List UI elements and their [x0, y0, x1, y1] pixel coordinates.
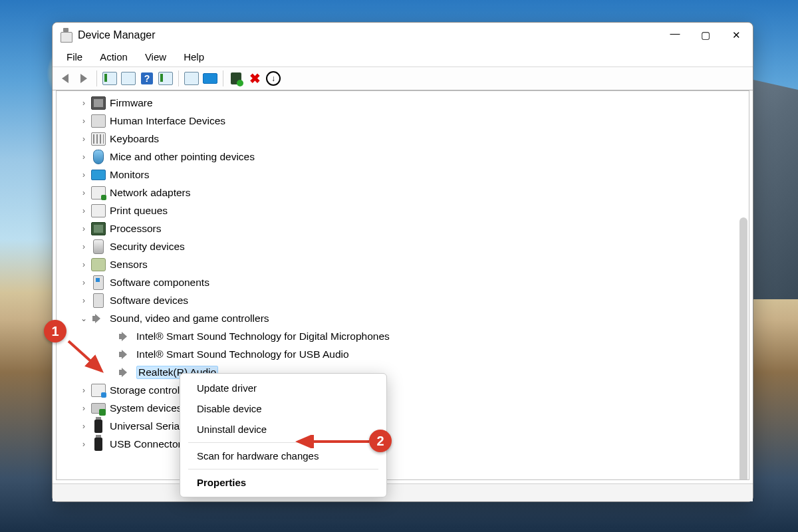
maximize-button[interactable]: ▢	[690, 23, 721, 47]
tree-node-label: Keyboards	[110, 133, 159, 145]
tree-node[interactable]: ›USB Connector Man	[57, 435, 749, 453]
hid-icon	[91, 114, 106, 128]
minimize-button[interactable]: —	[660, 21, 690, 45]
tree-node[interactable]: ›Monitors	[57, 166, 749, 184]
security-icon	[93, 239, 104, 254]
system-icon	[91, 403, 106, 414]
firmware-icon	[91, 96, 106, 110]
forward-button[interactable]	[75, 70, 92, 87]
mouse-icon	[93, 150, 104, 164]
tree-node[interactable]: ›Network adapters	[57, 184, 749, 201]
expander-icon[interactable]: ›	[76, 170, 91, 180]
context-menu-item[interactable]: Update driver	[180, 378, 386, 398]
tree-node[interactable]: ›Mice and other pointing devices	[57, 148, 749, 166]
tree-node-label: Mice and other pointing devices	[110, 151, 255, 163]
tree-node-label: Software devices	[110, 295, 188, 307]
disable-button[interactable]: ✖	[246, 70, 263, 87]
tree-node-label: Human Interface Devices	[110, 115, 225, 127]
speaker-icon	[119, 366, 131, 378]
expander-icon[interactable]: ›	[76, 116, 91, 126]
cpu-icon	[91, 222, 106, 235]
expander-icon[interactable]: ⌄	[76, 314, 91, 323]
tree-node-label: Sensors	[110, 259, 148, 271]
expander-icon[interactable]: ›	[76, 98, 91, 108]
tree-node-label: Network adapters	[110, 187, 190, 199]
expander-icon[interactable]: ›	[76, 224, 91, 233]
expander-icon[interactable]: ›	[76, 206, 91, 215]
update-button[interactable]	[157, 70, 174, 87]
tree-node[interactable]: ›Storage controllers	[57, 381, 749, 399]
speaker-icon	[119, 348, 131, 360]
context-menu-item[interactable]: Scan for hardware changes	[180, 446, 386, 466]
scan-button[interactable]	[183, 70, 200, 87]
help-button[interactable]: ?	[138, 70, 156, 87]
enable-button[interactable]	[227, 70, 245, 87]
tree-node[interactable]: ⌄Sound, video and game controllers	[57, 309, 749, 327]
usb-icon	[94, 438, 102, 451]
context-menu-item[interactable]: Properties	[180, 472, 386, 493]
annotation-badge-1: 1	[44, 320, 66, 342]
menu-action[interactable]: Action	[91, 49, 136, 65]
network-icon	[91, 186, 106, 200]
context-menu-item[interactable]: Disable device	[180, 398, 386, 419]
speaker-icon	[119, 331, 131, 342]
monitor-icon	[91, 170, 106, 180]
menu-file[interactable]: File	[58, 49, 91, 65]
tree-node-label: Processors	[110, 223, 162, 235]
svg-line-0	[68, 341, 102, 371]
tree-node[interactable]: ›Print queues	[57, 201, 749, 219]
tree-node[interactable]: ›Security devices	[57, 237, 749, 255]
toolbar-separator	[96, 70, 97, 86]
tree-node-label: Intel® Smart Sound Technology for USB Au…	[136, 348, 349, 360]
keyboard-icon	[91, 132, 106, 146]
tree-node[interactable]: ›Software components	[57, 273, 749, 291]
print-icon	[91, 204, 106, 217]
expander-icon[interactable]: ›	[76, 242, 91, 251]
scrollbar[interactable]	[739, 217, 747, 480]
properties-button[interactable]	[120, 70, 137, 87]
toolbar-separator	[178, 70, 179, 86]
expander-icon[interactable]: ›	[76, 278, 91, 287]
menu-help[interactable]: Help	[175, 49, 213, 65]
device-tree[interactable]: ›Firmware›Human Interface Devices›Keyboa…	[56, 90, 749, 480]
tree-node[interactable]: ›Keyboards	[57, 130, 749, 148]
toolbar-separator	[223, 70, 223, 86]
tree-child-node[interactable]: Intel® Smart Sound Technology for Digita…	[57, 327, 749, 345]
tree-node-label: Monitors	[110, 169, 149, 181]
expander-icon[interactable]: ›	[76, 422, 91, 431]
tree-node[interactable]: ›Firmware	[57, 94, 749, 112]
tree-node[interactable]: ›Universal Serial Bus c	[57, 417, 749, 435]
expander-icon[interactable]: ›	[76, 134, 91, 144]
tree-node-label: System devices	[110, 402, 182, 414]
back-button[interactable]	[57, 70, 74, 87]
menubar: File Action View Help	[53, 47, 753, 66]
tree-node[interactable]: ›Human Interface Devices	[57, 112, 749, 130]
expander-icon[interactable]: ›	[76, 386, 91, 395]
tree-node[interactable]: ›Sensors	[57, 255, 749, 273]
expander-icon[interactable]: ›	[76, 296, 91, 305]
titlebar[interactable]: Device Manager — ▢ ✕	[53, 23, 753, 47]
sensor-icon	[91, 258, 106, 271]
tree-node[interactable]: ›Processors	[57, 219, 749, 237]
expander-icon[interactable]: ›	[76, 188, 91, 198]
softdev-icon	[93, 293, 104, 308]
tree-node-label: Print queues	[110, 205, 168, 217]
tree-node[interactable]: ›System devices	[57, 399, 749, 417]
usb-icon	[94, 420, 102, 433]
monitor-button[interactable]	[201, 70, 219, 87]
tree-node[interactable]: ›Software devices	[57, 291, 749, 309]
expander-icon[interactable]: ›	[76, 260, 91, 269]
tree-node-label: Security devices	[110, 241, 185, 253]
down-button[interactable]: ↓	[265, 70, 282, 87]
show-hidden-button[interactable]	[101, 70, 118, 87]
expander-icon[interactable]: ›	[76, 440, 91, 449]
app-icon	[59, 28, 72, 43]
speaker-icon	[92, 313, 104, 325]
close-button[interactable]: ✕	[721, 23, 751, 47]
annotation-badge-2: 2	[369, 430, 392, 452]
menu-view[interactable]: View	[136, 49, 175, 65]
expander-icon[interactable]: ›	[76, 404, 91, 413]
expander-icon[interactable]: ›	[76, 152, 91, 162]
tree-child-node[interactable]: Realtek(R) Audio	[57, 363, 749, 381]
tree-child-node[interactable]: Intel® Smart Sound Technology for USB Au…	[57, 345, 749, 363]
